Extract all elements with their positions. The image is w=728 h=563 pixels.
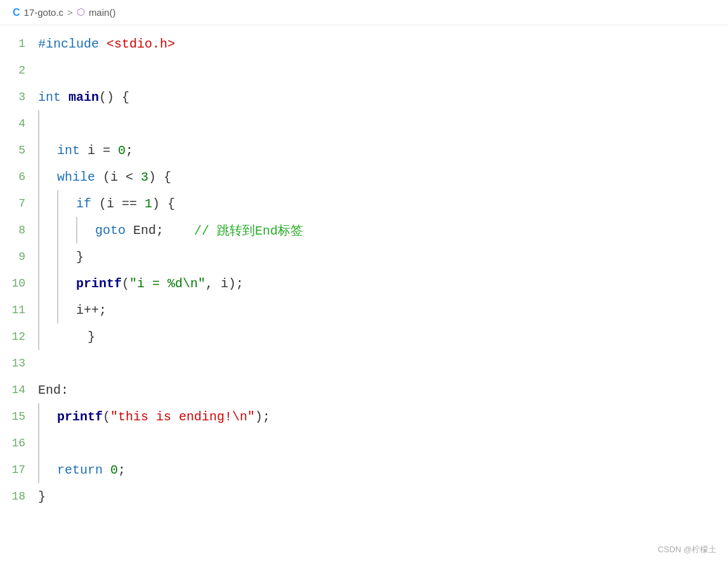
line-code (38, 430, 728, 456)
code-token: <stdio.h> (107, 37, 175, 51)
code-line: 1#include <stdio.h> (0, 30, 728, 57)
line-number: 1 (0, 37, 38, 50)
indent-guide (76, 217, 95, 243)
code-token: ( (122, 276, 129, 291)
code-token: #include (38, 37, 107, 51)
code-token: main (68, 90, 99, 105)
line-code: i++; (38, 297, 728, 323)
line-code: return 0; (38, 456, 728, 483)
line-code: } (38, 323, 728, 350)
code-line: 18} (0, 483, 728, 510)
line-code: while (i < 3) { (38, 164, 728, 190)
line-number: 4 (0, 117, 38, 130)
code-token: "this is ending!\n" (110, 410, 255, 424)
line-code (38, 110, 728, 137)
line-code: End: (38, 383, 728, 398)
code-token: } (76, 250, 84, 264)
line-code: } (38, 243, 728, 270)
breadcrumb-filename: 17-goto.c (24, 7, 64, 18)
code-token: i = (80, 143, 118, 158)
indent-guide (38, 217, 57, 243)
line-code: printf("this is ending!\n"); (38, 403, 728, 430)
indent-guide (38, 270, 57, 297)
code-token: // 跳转到End标签 (194, 222, 303, 239)
code-line: 14End: (0, 377, 728, 403)
indent-guide (57, 217, 76, 243)
breadcrumb-cube-icon: ⬡ (77, 6, 85, 18)
code-token: while (57, 170, 95, 184)
line-number: 14 (0, 384, 38, 396)
line-number: 7 (0, 197, 38, 210)
code-token: goto (95, 223, 126, 238)
line-number: 13 (0, 357, 38, 370)
code-token: () { (99, 90, 129, 105)
line-number: 15 (0, 410, 38, 423)
code-line: 10printf("i = %d\n", i); (0, 270, 728, 297)
line-code: int main() { (38, 90, 728, 105)
code-token: , i); (205, 276, 244, 291)
code-token (103, 463, 110, 477)
code-line: 16 (0, 430, 728, 456)
code-token: } (38, 489, 46, 504)
code-line: 2 (0, 57, 728, 84)
code-line: 3int main() { (0, 84, 728, 110)
code-token: ) { (148, 170, 171, 184)
code-token: int (38, 90, 61, 105)
code-token: 3 (141, 170, 148, 184)
code-line: 13 (0, 350, 728, 377)
indent-guide (38, 430, 57, 456)
code-line: 4 (0, 110, 728, 137)
code-line: 17return 0; (0, 456, 728, 483)
code-token: return (57, 463, 103, 477)
code-line: 12 } (0, 323, 728, 350)
line-number: 12 (0, 330, 38, 343)
indent-guide (38, 456, 57, 483)
code-line: 15printf("this is ending!\n"); (0, 403, 728, 430)
indent-guide (38, 323, 57, 350)
code-line: 7if (i == 1) { (0, 190, 728, 217)
indent-guide (38, 403, 57, 430)
code-token: printf (57, 410, 103, 424)
indent-guide (38, 164, 57, 190)
code-token: } (57, 330, 95, 344)
indent-guide (38, 243, 57, 270)
line-code: goto End; // 跳转到End标签 (38, 217, 728, 243)
line-number: 18 (0, 490, 38, 503)
code-token: 0 (110, 463, 118, 477)
code-token: End; (126, 223, 194, 238)
breadcrumb-function: main() (89, 7, 116, 18)
code-token: ; (126, 143, 133, 158)
breadcrumb-bar: C 17-goto.c > ⬡ main() (0, 0, 728, 25)
code-token: ); (255, 410, 270, 424)
code-token: ( (103, 410, 110, 424)
line-number: 8 (0, 224, 38, 236)
code-token: End: (38, 383, 68, 398)
indent-guide (38, 190, 57, 217)
code-token: (i < (95, 170, 141, 184)
code-token: int (57, 143, 80, 158)
line-code: } (38, 489, 728, 504)
line-number: 9 (0, 250, 38, 263)
indent-guide (38, 297, 57, 323)
line-number: 17 (0, 463, 38, 476)
line-number: 2 (0, 64, 38, 77)
indent-guide (38, 137, 57, 164)
code-token (61, 90, 68, 105)
line-code: int i = 0; (38, 137, 728, 164)
code-line: 11i++; (0, 297, 728, 323)
code-line: 5int i = 0; (0, 137, 728, 164)
line-number: 5 (0, 144, 38, 157)
indent-guide (57, 270, 76, 297)
code-token: ; (118, 463, 126, 477)
code-line: 8goto End; // 跳转到End标签 (0, 217, 728, 243)
code-area: 1#include <stdio.h>23int main() {45int i… (0, 25, 728, 515)
line-number: 11 (0, 304, 38, 316)
line-number: 6 (0, 171, 38, 183)
line-number: 3 (0, 91, 38, 103)
line-number: 10 (0, 277, 38, 290)
indent-guide (57, 297, 76, 323)
code-token: 1 (145, 197, 152, 211)
breadcrumb-c-icon: C (13, 7, 20, 18)
line-number: 16 (0, 437, 38, 450)
code-token: (i == (91, 197, 145, 211)
